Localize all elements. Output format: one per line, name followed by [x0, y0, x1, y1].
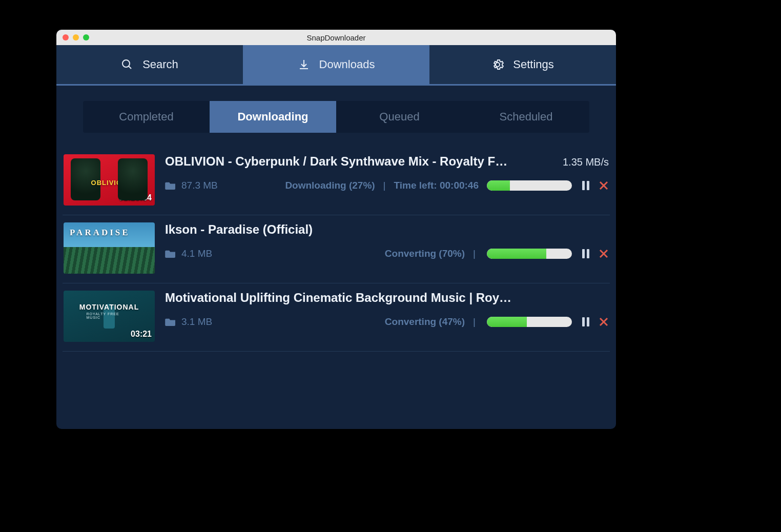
thumb-label: OBLIVION: [91, 179, 128, 187]
zoom-window-button[interactable]: [83, 34, 89, 40]
progress-fill: [487, 249, 546, 259]
folder-icon[interactable]: [165, 249, 176, 258]
download-row: MOTIVATIONAL ROYALTY FREE MUSIC 03:21 Mo…: [63, 283, 610, 352]
duration-badge: 03:21: [131, 330, 152, 339]
close-icon: [599, 249, 609, 259]
status-text: Converting (70%): [385, 248, 465, 259]
gear-icon: [491, 58, 504, 71]
tab-queued[interactable]: Queued: [336, 101, 463, 133]
minimize-window-button[interactable]: [73, 34, 79, 40]
item-title: Ikson - Paradise (Official): [165, 222, 609, 237]
download-row: PARADISE 03:51 Ikson - Paradise (Officia…: [63, 215, 610, 283]
file-size: 4.1 MB: [181, 248, 212, 259]
progress-fill: [487, 180, 510, 191]
content: Completed Downloading Queued Scheduled O…: [56, 86, 616, 352]
subtabs: Completed Downloading Queued Scheduled: [83, 101, 589, 133]
item-title: OBLIVION - Cyberpunk / Dark Synthwave Mi…: [165, 154, 552, 169]
close-icon: [599, 317, 609, 327]
close-window-button[interactable]: [63, 34, 69, 40]
nav-settings-label: Settings: [513, 58, 554, 71]
nav-search-label: Search: [142, 58, 178, 71]
thumbnail[interactable]: PARADISE 03:51: [64, 222, 155, 274]
row-main: Ikson - Paradise (Official) 4.1 MB Conve…: [165, 222, 609, 259]
top-nav: Search Downloads Settings: [56, 45, 616, 84]
window-controls: [63, 34, 89, 40]
row-main: Motivational Uplifting Cinematic Backgro…: [165, 291, 609, 328]
time-left: Time left: 00:00:46: [394, 180, 479, 191]
nav-search[interactable]: Search: [56, 45, 243, 84]
progress-fill: [487, 317, 527, 327]
separator: |: [473, 248, 476, 259]
close-icon: [599, 180, 609, 191]
search-icon: [121, 58, 133, 71]
progress-bar: [487, 249, 572, 259]
cancel-button[interactable]: [599, 180, 609, 191]
status-text: Converting (47%): [385, 316, 465, 328]
tab-completed[interactable]: Completed: [83, 101, 210, 133]
svg-line-1: [129, 66, 131, 69]
nav-downloads-label: Downloads: [319, 58, 375, 71]
file-size: 3.1 MB: [181, 316, 212, 328]
file-size: 87.3 MB: [181, 180, 218, 191]
folder-icon[interactable]: [165, 317, 176, 326]
cancel-button[interactable]: [599, 249, 609, 259]
download-speed: 1.35 MB/s: [563, 156, 609, 168]
row-main: OBLIVION - Cyberpunk / Dark Synthwave Mi…: [165, 154, 609, 191]
separator: |: [383, 180, 386, 191]
progress-bar: [487, 317, 572, 327]
item-title: Motivational Uplifting Cinematic Backgro…: [165, 291, 609, 305]
duration-badge: 01:28:54: [119, 193, 152, 202]
titlebar: SnapDownloader: [56, 30, 616, 45]
progress-bar: [487, 180, 572, 191]
tab-downloading[interactable]: Downloading: [210, 101, 336, 133]
cancel-button[interactable]: [599, 317, 609, 327]
pause-button[interactable]: [582, 249, 590, 258]
thumb-sublabel: ROYALTY FREE MUSIC: [87, 312, 132, 319]
thumb-label: MOTIVATIONAL: [79, 303, 139, 311]
status-text: Downloading (27%): [285, 180, 375, 191]
pause-button[interactable]: [582, 317, 590, 326]
download-row: OBLIVION 01:28:54 OBLIVION - Cyberpunk /…: [63, 147, 610, 215]
svg-point-0: [122, 60, 130, 67]
thumb-label: PARADISE: [70, 228, 130, 238]
nav-downloads[interactable]: Downloads: [243, 45, 429, 84]
duration-badge: 03:51: [131, 261, 152, 271]
nav-settings[interactable]: Settings: [429, 45, 616, 84]
pause-button[interactable]: [582, 181, 590, 190]
thumbnail[interactable]: MOTIVATIONAL ROYALTY FREE MUSIC 03:21: [64, 291, 155, 342]
download-icon: [298, 58, 310, 71]
folder-icon[interactable]: [165, 181, 176, 190]
thumbnail[interactable]: OBLIVION 01:28:54: [64, 154, 155, 206]
window-title: SnapDownloader: [56, 33, 616, 42]
tab-scheduled[interactable]: Scheduled: [463, 101, 589, 133]
separator: |: [473, 316, 476, 328]
app-window: SnapDownloader Search Downloads Settings…: [56, 30, 616, 429]
